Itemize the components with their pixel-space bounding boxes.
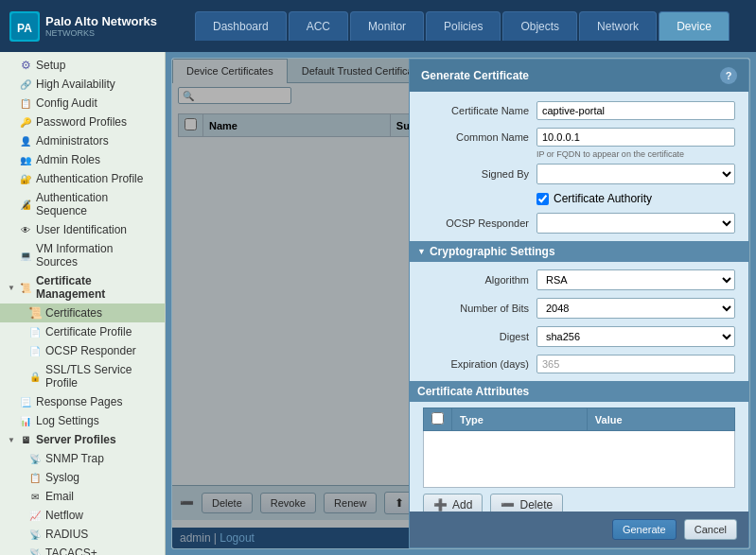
tab-network[interactable]: Network	[579, 11, 657, 41]
common-name-input[interactable]	[536, 128, 735, 147]
sidebar-item-user-identification[interactable]: 👁 User Identification	[0, 220, 165, 239]
logo-icon: PA	[9, 11, 40, 42]
sidebar-item-administrators[interactable]: 👤 Administrators	[0, 131, 165, 150]
administrators-icon: 👤	[19, 134, 32, 147]
sidebar-item-password-profiles[interactable]: 🔑 Password Profiles	[0, 113, 165, 131]
digest-label: Digest	[423, 331, 536, 342]
certificate-authority-row: Certificate Authority	[536, 192, 735, 205]
certificate-name-label: Certificate Name	[423, 105, 536, 116]
panel: Device Certificates Default Trusted Cert…	[171, 58, 750, 549]
signed-by-select[interactable]	[536, 164, 735, 184]
tab-monitor[interactable]: Monitor	[350, 11, 424, 41]
radius-icon: 📡	[28, 528, 42, 541]
attr-col-value: Value	[587, 408, 734, 431]
crypto-section-header[interactable]: ▼ Cryptographic Settings	[410, 241, 748, 262]
setup-icon: ⚙	[19, 59, 32, 72]
signed-by-label: Signed By	[423, 168, 536, 180]
response-pages-icon: 📃	[19, 395, 32, 408]
sidebar-item-netflow[interactable]: 📈 Netflow	[0, 506, 165, 525]
sidebar-item-vm-information-sources[interactable]: 💻 VM Information Sources	[0, 239, 165, 271]
delete-attr-icon: ➖	[501, 498, 515, 512]
certificate-name-row: Certificate Name	[423, 101, 735, 120]
ocsp-responder-row: OCSP Responder	[423, 213, 735, 234]
sidebar-item-snmp-trap[interactable]: 📡 SNMP Trap	[0, 449, 165, 468]
digest-select[interactable]: sha256	[536, 326, 735, 347]
help-button[interactable]: ?	[720, 67, 737, 84]
signed-by-row: Signed By	[423, 164, 735, 184]
attributes-table: Type Value	[423, 408, 735, 488]
modal-title: Generate Certificate	[421, 69, 529, 82]
tab-policies[interactable]: Policies	[426, 11, 501, 41]
modal-header: Generate Certificate ?	[410, 60, 748, 92]
tab-dashboard[interactable]: Dashboard	[195, 11, 287, 41]
tab-objects[interactable]: Objects	[502, 11, 577, 41]
sidebar-item-ssl-tls[interactable]: 🔒 SSL/TLS Service Profile	[0, 360, 165, 392]
top-bar: PA Palo Alto Networks NETWORKS Dashboard…	[0, 0, 756, 52]
sidebar-item-ocsp-responder[interactable]: 📄 OCSP Responder	[0, 341, 165, 360]
content-area: Device Certificates Default Trusted Cert…	[166, 52, 756, 555]
sidebar-section-certificate-management[interactable]: ▼ 📜 Certificate Management	[0, 271, 165, 304]
sidebar-item-syslog[interactable]: 📋 Syslog	[0, 468, 165, 487]
modal-generate-button[interactable]: Generate	[612, 519, 677, 540]
algorithm-row: Algorithm RSA	[423, 269, 735, 290]
sidebar-item-email[interactable]: ✉ Email	[0, 487, 165, 506]
sidebar-item-radius[interactable]: 📡 RADIUS	[0, 525, 165, 544]
email-icon: ✉	[28, 490, 42, 503]
certificate-authority-label: Certificate Authority	[554, 192, 652, 205]
sidebar-item-authentication-profile[interactable]: 🔐 Authentication Profile	[0, 169, 165, 188]
sidebar-item-response-pages[interactable]: 📃 Response Pages	[0, 392, 165, 411]
expiration-input[interactable]	[536, 355, 735, 373]
sidebar-item-tacacs[interactable]: 📡 TACACS+	[0, 544, 165, 555]
sidebar-item-certificate-profile[interactable]: 📄 Certificate Profile	[0, 322, 165, 341]
crypto-section-toggle-icon: ▼	[417, 247, 426, 256]
server-profiles-triangle-icon: ▼	[8, 436, 15, 444]
ocsp-responder-select[interactable]	[536, 213, 735, 234]
certificates-icon: 📜	[28, 306, 42, 320]
common-name-label: Common Name	[423, 131, 536, 143]
bits-row: Number of Bits 2048	[423, 298, 735, 319]
main-area: ⚙ Setup 🔗 High Availability 📋 Config Aud…	[0, 52, 756, 555]
syslog-icon: 📋	[28, 471, 42, 484]
sidebar-item-certificates[interactable]: 📜 Certificates	[0, 304, 165, 322]
logo: PA Palo Alto Networks NETWORKS	[9, 11, 157, 42]
user-identification-icon: 👁	[19, 223, 32, 236]
sidebar-item-log-settings[interactable]: 📊 Log Settings	[0, 411, 165, 430]
certificate-management-icon: 📜	[19, 281, 32, 294]
certificate-authority-checkbox[interactable]	[536, 193, 549, 205]
bits-label: Number of Bits	[423, 303, 536, 314]
log-settings-icon: 📊	[19, 414, 32, 427]
logo-text: Palo Alto Networks NETWORKS	[45, 14, 157, 38]
bits-select[interactable]: 2048	[536, 298, 735, 319]
tab-acc[interactable]: ACC	[289, 11, 348, 41]
algorithm-label: Algorithm	[423, 274, 536, 286]
sidebar-item-high-availability[interactable]: 🔗 High Availability	[0, 75, 165, 94]
attr-buttons: ➕ Add ➖ Delete	[423, 494, 735, 512]
sidebar-section-server-profiles[interactable]: ▼ 🖥 Server Profiles	[0, 430, 165, 449]
vm-icon: 💻	[19, 249, 32, 262]
delete-attr-button[interactable]: ➖ Delete	[490, 494, 563, 512]
sidebar-item-config-audit[interactable]: 📋 Config Audit	[0, 94, 165, 113]
expiration-row: Expiration (days)	[423, 355, 735, 373]
high-availability-icon: 🔗	[19, 78, 32, 91]
svg-text:PA: PA	[17, 22, 32, 35]
modal-cancel-button[interactable]: Cancel	[684, 519, 737, 540]
section-triangle-icon: ▼	[8, 284, 15, 292]
sidebar-item-admin-roles[interactable]: 👥 Admin Roles	[0, 150, 165, 169]
sidebar-item-setup[interactable]: ⚙ Setup	[0, 56, 165, 75]
attributes-section-header: Certificate Attributes	[410, 381, 748, 402]
authentication-sequence-icon: 🔏	[19, 198, 32, 211]
algorithm-select[interactable]: RSA	[536, 269, 735, 290]
authentication-profile-icon: 🔐	[19, 172, 32, 185]
common-name-hint: IP or FQDN to appear on the certificate	[536, 149, 735, 159]
modal-body: Certificate Name Common Name IP or FQDN …	[410, 92, 748, 512]
add-attr-button[interactable]: ➕ Add	[423, 494, 483, 512]
attr-select-all[interactable]	[431, 412, 444, 425]
sidebar: ⚙ Setup 🔗 High Availability 📋 Config Aud…	[0, 52, 166, 555]
tab-device[interactable]: Device	[659, 11, 730, 41]
common-name-row: Common Name	[423, 128, 735, 147]
certificate-name-input[interactable]	[536, 101, 735, 120]
admin-roles-icon: 👥	[19, 153, 32, 166]
expiration-label: Expiration (days)	[423, 358, 536, 370]
snmp-icon: 📡	[28, 452, 42, 465]
sidebar-item-authentication-sequence[interactable]: 🔏 Authentication Sequence	[0, 188, 165, 220]
